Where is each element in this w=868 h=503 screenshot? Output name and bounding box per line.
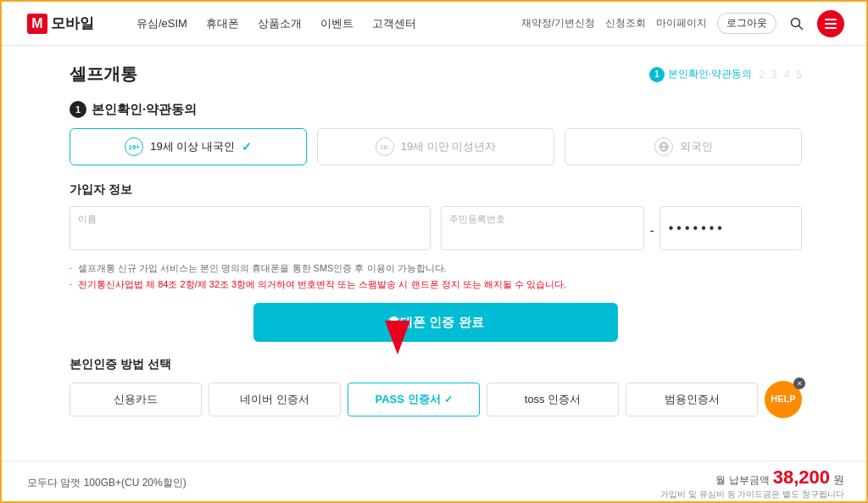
step-divider-4: 5: [796, 69, 802, 81]
step-1: 1 본인확인·약관동의: [649, 67, 752, 82]
section1-title: 1 본인확인·약관동의: [70, 101, 802, 118]
id-part-1: 주민등록번호: [441, 206, 644, 250]
identity-option-credit[interactable]: 신용카드: [70, 383, 202, 416]
step-divider-3: 4: [784, 69, 790, 81]
footer: 모두다 맘껏 100GB+(CU 20%할인) 월 납부금액 38,200 원 …: [2, 461, 868, 503]
footer-plan: 모두다 맘껏 100GB+(CU 20%할인): [27, 476, 186, 490]
hamburger-icon: [825, 19, 837, 29]
footer-price-label: 월 납부금액: [715, 473, 769, 488]
age-icon-18-minus: 18-: [376, 137, 394, 156]
subscriber-info-title: 가입자 정보: [70, 182, 802, 198]
logo-text: 모바일: [51, 14, 94, 33]
nav-items: 유심/eSIM 휴대폰 상품소개 이벤트 고객센터: [136, 16, 496, 31]
id-input-2[interactable]: [659, 206, 802, 250]
notice-area: · 셀프개통 신규 가입 서비스는 본인 명의의 휴대폰을 통한 SMS인증 후…: [70, 262, 802, 291]
pass-label: PASS 인증서: [375, 392, 440, 407]
footer-price: 38,200: [773, 467, 830, 489]
login-button[interactable]: 로그아웃: [717, 13, 776, 34]
name-label: 이름: [78, 213, 97, 226]
header: M 모바일 유심/eSIM 휴대폰 상품소개 이벤트 고객센터 재약정/기변신청…: [2, 2, 868, 46]
age-icon-globe: [654, 137, 673, 156]
step-1-label: 본인확인·약관동의: [668, 67, 752, 81]
footer-sub: 가입비 및 유심비 등 가이드금은 별도 청구됩니다: [660, 489, 844, 500]
age-option-foreigner[interactable]: 외국인: [565, 128, 802, 165]
id-label: 주민등록번호: [449, 213, 505, 226]
age-label-foreigner: 외국인: [680, 139, 713, 154]
help-label: HELP: [771, 394, 795, 405]
age-option-adult[interactable]: 19+ 19세 이상 내국인 ✓: [70, 128, 307, 165]
nav-usim[interactable]: 유심/eSIM: [136, 16, 187, 31]
check-mark-adult: ✓: [242, 140, 252, 154]
pass-check-icon: ✓: [444, 394, 453, 405]
section1-num: 1: [70, 101, 86, 118]
age-icon-19-plus: 19+: [125, 137, 143, 156]
svg-line-1: [799, 25, 803, 29]
header-right: 재약정/기변신청 신청조회 마이페이지 로그아웃: [521, 10, 844, 37]
identity-options: 신용카드 네이버 인증서 PASS 인증서 ✓ toss 인증서 범용인증서 ✕…: [70, 381, 802, 418]
footer-price-won: 원: [833, 472, 844, 488]
help-close-icon[interactable]: ✕: [793, 377, 805, 389]
age-label-adult: 19세 이상 내국인: [150, 139, 235, 154]
id-part-2: [659, 206, 802, 250]
main-content: 셀프개통 1 본인확인·약관동의 2 3 4 5 1 본인확인·약관동의 19+: [2, 46, 868, 461]
input-row: 이름 주민등록번호 -: [70, 206, 802, 250]
identity-section: 본인인증 방법 선택 신용카드 네이버 인증서 PASS 인증서 ✓ toss …: [70, 357, 802, 418]
identity-title: 본인인증 방법 선택: [70, 357, 802, 372]
notice-line2: · 전기통신사업법 제 84조 2항/제 32조 3항에 의거하여 번호변작 또…: [70, 278, 802, 291]
age-label-minor: 19세 미만 미성년자: [401, 139, 497, 154]
help-button[interactable]: ✕ HELP: [765, 381, 802, 418]
page-title: 셀프개통: [70, 63, 137, 86]
id-dash: -: [649, 223, 654, 250]
search-button[interactable]: [787, 14, 807, 34]
header-inquiry[interactable]: 신청조회: [605, 16, 646, 31]
step-1-circle: 1: [649, 67, 665, 82]
nav-events[interactable]: 이벤트: [320, 16, 353, 31]
identity-option-toss[interactable]: toss 인증서: [487, 383, 619, 416]
nav-phone[interactable]: 휴대폰: [206, 16, 239, 31]
age-selection: 19+ 19세 이상 내국인 ✓ 18- 19세 미만 미성년자 외국인: [70, 128, 802, 165]
notice-line1: · 셀프개통 신규 가입 서비스는 본인 명의의 휴대폰을 통한 SMS인증 후…: [70, 262, 802, 275]
menu-button[interactable]: [817, 10, 844, 37]
header-renewal[interactable]: 재약정/기변신청: [521, 16, 595, 31]
name-field: 이름: [70, 206, 431, 250]
nav-products[interactable]: 상품소개: [258, 16, 302, 31]
identity-option-general[interactable]: 범용인증서: [626, 383, 758, 416]
logo-m-icon: M: [27, 14, 47, 34]
phone-auth-button[interactable]: 휴대폰 인증 완료: [253, 303, 618, 342]
age-option-minor[interactable]: 18- 19세 미만 미성년자: [317, 128, 554, 165]
page-title-row: 셀프개통 1 본인확인·약관동의 2 3 4 5: [70, 63, 802, 86]
step-divider-1: 2: [759, 69, 765, 81]
subscriber-info: 가입자 정보 이름 주민등록번호 -: [70, 182, 802, 250]
id-number-field: 주민등록번호 -: [441, 206, 802, 250]
logo-area[interactable]: M 모바일: [27, 14, 94, 34]
name-input[interactable]: [70, 206, 431, 250]
identity-option-naver[interactable]: 네이버 인증서: [209, 383, 341, 416]
identity-option-pass[interactable]: PASS 인증서 ✓: [348, 383, 480, 416]
page-wrapper: M 모바일 유심/eSIM 휴대폰 상품소개 이벤트 고객센터 재약정/기변신청…: [2, 2, 868, 503]
section1-label: 본인확인·약관동의: [92, 102, 197, 118]
step-divider-2: 3: [771, 69, 777, 81]
nav-support[interactable]: 고객센터: [372, 16, 416, 31]
footer-price-row: 월 납부금액 38,200 원: [715, 467, 844, 489]
step-indicator: 1 본인확인·약관동의 2 3 4 5: [649, 67, 802, 82]
header-mypage[interactable]: 마이페이지: [656, 16, 707, 31]
footer-price-area: 월 납부금액 38,200 원 가입비 및 유심비 등 가이드금은 별도 청구됩…: [660, 467, 844, 500]
